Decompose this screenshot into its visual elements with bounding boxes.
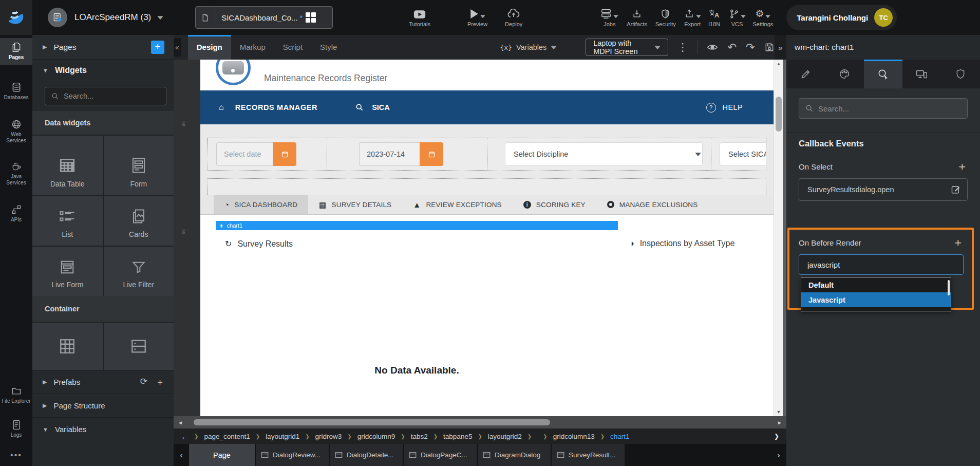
crumb-tabs2[interactable]: tabs2 (411, 433, 428, 440)
jobs-button[interactable]: ▼ Jobs (600, 8, 618, 27)
tutorials-button[interactable]: Tutorials (409, 8, 430, 27)
tabs-scroll-left-icon[interactable]: ‹ (174, 451, 189, 459)
add-on-before-render-icon[interactable]: ＋ (952, 235, 964, 250)
start-date-calendar-button[interactable] (273, 142, 296, 166)
collapse-left-panel-button[interactable]: « (174, 38, 181, 57)
inspections-card[interactable]: ◑ Inspections by Asset Type (620, 230, 774, 416)
option-default[interactable]: Default (801, 277, 951, 292)
rail-item-databases[interactable]: Databases (0, 78, 32, 105)
vertical-scrollbar[interactable]: ▲ ▼ (774, 60, 783, 416)
variables-button[interactable]: {x} Variables ▼ (500, 43, 557, 51)
horizontal-scrollbar[interactable]: ◄ ► (174, 416, 786, 428)
on-select-value[interactable]: SurveyResultsdialog.open (799, 178, 968, 201)
tab-security[interactable] (941, 60, 980, 88)
save-icon[interactable] (764, 42, 775, 52)
crumb-chart1[interactable]: chart1 (610, 433, 630, 440)
bottom-tab-dialogdetail[interactable]: DialogDetaile... (330, 444, 403, 466)
deploy-button[interactable]: Deploy (505, 8, 522, 27)
preview-button[interactable]: ▼ Preview (467, 8, 487, 27)
edit-icon[interactable] (951, 184, 961, 195)
selected-widget-bar[interactable]: + chart1 (216, 221, 618, 230)
tab-markup[interactable]: Markup (231, 35, 274, 60)
rail-item-apis[interactable]: APIs (0, 200, 32, 227)
vcs-button[interactable]: ▼ VCS (729, 8, 746, 27)
add-on-select-icon[interactable]: ＋ (956, 159, 968, 174)
add-prefab-icon[interactable]: ＋ (156, 376, 164, 388)
tab-design[interactable]: Design (188, 35, 231, 60)
user-menu[interactable]: Tarangini Chollangi TC (786, 5, 897, 30)
tab-devices[interactable] (902, 60, 941, 88)
redo-icon[interactable]: ↷ (746, 42, 755, 52)
breadcrumb-back-icon[interactable]: ← (181, 432, 189, 441)
tab-review-exceptions[interactable]: ▲ REVIEW EXCEPTIONS (402, 195, 512, 214)
rail-item-java-services[interactable]: Java Services (0, 157, 32, 190)
dropdown-scrollbar[interactable] (948, 280, 950, 295)
project-selector[interactable]: LOArcSpeedRM (3) ▼ (48, 8, 163, 27)
crumb-layoutgrid1[interactable]: layoutgrid1 (266, 433, 299, 440)
navbar-sica-link[interactable]: SICA (372, 103, 390, 111)
widget-list[interactable]: List (32, 196, 103, 246)
property-search-box[interactable] (799, 98, 968, 119)
horizontal-scroll-thumb[interactable] (194, 419, 550, 425)
expand-right-panel-button[interactable]: » (775, 35, 786, 60)
tab-properties[interactable] (786, 60, 825, 88)
tabs-scroll-right-icon[interactable]: › (771, 451, 786, 459)
vertical-scroll-thumb[interactable] (776, 97, 782, 132)
open-page-tab[interactable]: SICADashboard_Co... * (195, 6, 333, 29)
end-date-input[interactable]: 2023-07-14 (359, 142, 420, 166)
navbar-brand[interactable]: RECORDS MANAGER (235, 103, 317, 111)
scroll-up-icon[interactable]: ▲ (774, 60, 783, 68)
widget-layout-rows[interactable] (104, 323, 174, 370)
help-link[interactable]: ? HELP (706, 103, 743, 113)
tab-styles[interactable] (825, 60, 863, 88)
crumb-gridcolumn9[interactable]: gridcolumn9 (357, 433, 395, 440)
bottom-tab-dialogreview[interactable]: DialogReview... (256, 444, 329, 466)
device-selector[interactable]: Laptop with MDPI Screen ▼ (586, 39, 668, 56)
widget-search-box[interactable] (45, 87, 166, 105)
rail-item-file-explorer[interactable]: File Explorer (0, 382, 32, 408)
bottom-tab-surveyresult[interactable]: SurveyResult... (552, 444, 625, 466)
end-date-calendar-button[interactable] (420, 142, 443, 166)
preview-eye-icon[interactable] (707, 43, 718, 52)
tab-sica-dashboard[interactable]: ◔ SICA DASHBOARD (214, 195, 308, 214)
crumb-gridrow3[interactable]: gridrow3 (315, 433, 342, 440)
search-icon[interactable] (355, 103, 364, 111)
home-icon[interactable]: ⌂ (219, 103, 224, 112)
widgets-panel-header[interactable]: ▼ Widgets (32, 60, 174, 81)
pages-panel-header[interactable]: ▶ Pages + (32, 35, 174, 60)
breadcrumb-forward-icon[interactable]: ❯ (774, 433, 779, 440)
widget-search-input[interactable] (64, 92, 160, 100)
crumb-tabpane5[interactable]: tabpane5 (443, 433, 472, 440)
page-structure-row[interactable]: ▶ Page Structure (32, 394, 174, 417)
on-before-render-input[interactable] (807, 260, 955, 269)
discipline-select[interactable]: Select Discipline ▼ (505, 142, 703, 166)
tab-scoring-key[interactable]: i SCORING KEY (513, 195, 596, 214)
i18n-button[interactable]: A I18N (708, 8, 721, 27)
option-javascript[interactable]: Javascript (801, 292, 951, 307)
settings-button[interactable]: ⚙▼ Settings (753, 8, 774, 27)
prefabs-row[interactable]: ▶ Prefabs ⟳＋ (32, 370, 174, 394)
more-options-kebab-icon[interactable]: ⋮ (677, 42, 688, 52)
widget-live-form[interactable]: Live Form (32, 247, 103, 296)
tab-script[interactable]: Script (274, 35, 311, 60)
artifacts-button[interactable]: Artifacts (627, 8, 647, 27)
security-button[interactable]: Security (655, 8, 676, 27)
add-page-button[interactable]: + (151, 41, 164, 54)
tab-survey-details[interactable]: ▦ SURVEY DETAILS (308, 195, 402, 214)
variables-row[interactable]: ▼ Variables (32, 417, 174, 441)
asset-select[interactable]: Select SICA Asse (720, 142, 766, 166)
refresh-icon[interactable]: ⟳ (140, 376, 147, 388)
survey-results-card[interactable]: ↻ Survey Results No Data Available. (216, 230, 618, 416)
widget-cards[interactable]: Cards (104, 196, 174, 246)
rail-item-pages[interactable]: Pages (0, 38, 32, 65)
widget-live-filter[interactable]: Live Filter (104, 247, 174, 296)
on-before-render-input-box[interactable] (799, 254, 964, 275)
bottom-tab-page[interactable]: Page (189, 444, 255, 466)
crumb-layoutgrid2[interactable]: layoutgrid2 (488, 433, 522, 440)
tab-manage-exclusions[interactable]: MANAGE EXCLUSIONS (596, 195, 709, 214)
rail-more-button[interactable]: ••• (10, 451, 22, 460)
scroll-down-icon[interactable]: ▼ (774, 408, 783, 416)
scroll-right-icon[interactable]: ► (773, 420, 786, 425)
bottom-tab-diagramdialog[interactable]: DiagramDialog (478, 444, 551, 466)
rail-item-web-services[interactable]: Web Services (0, 115, 32, 148)
